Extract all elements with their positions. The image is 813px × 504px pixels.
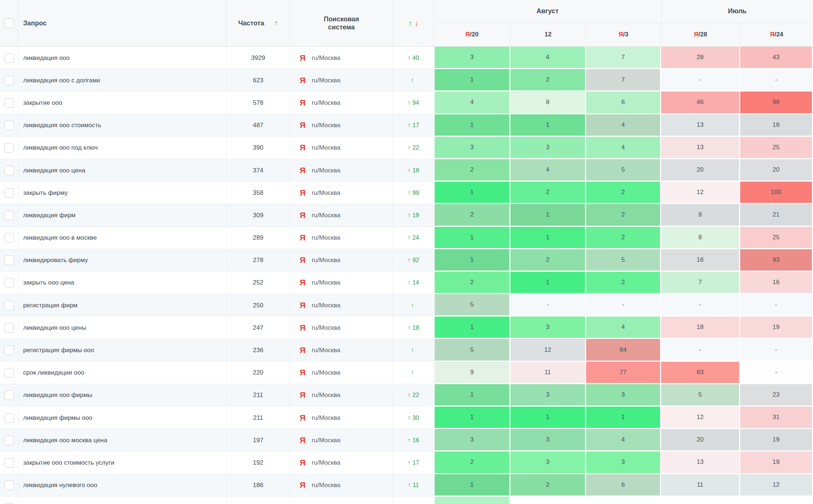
table-row: закрытие ооо 578 Я ru/Москва ↑ 94 4 8 6 … bbox=[0, 92, 813, 114]
month-group-row: Август Июль bbox=[434, 0, 813, 23]
row-checkbox[interactable] bbox=[4, 143, 14, 153]
position-cell: 4 bbox=[586, 429, 661, 451]
query-text[interactable]: ликвидация ооо стоимость bbox=[23, 122, 101, 129]
row-checkbox[interactable] bbox=[4, 346, 14, 355]
up-arrow-icon: ↑ bbox=[407, 414, 411, 422]
row-checkbox-cell bbox=[0, 137, 18, 159]
date-column-header[interactable]: 12 bbox=[510, 23, 586, 47]
date-column-header[interactable]: Я/20 bbox=[434, 23, 510, 47]
row-checkbox[interactable] bbox=[4, 188, 14, 198]
query-text[interactable]: ликвидация нулевого ооо bbox=[23, 482, 97, 489]
up-arrow-icon: ↑ bbox=[407, 189, 411, 197]
row-checkbox-cell bbox=[0, 227, 18, 249]
engine-region: ru/Москва bbox=[312, 212, 340, 219]
engine-cell: Я ru/Москва bbox=[290, 474, 393, 497]
row-checkbox[interactable] bbox=[4, 255, 14, 265]
position-cell: 13 bbox=[661, 114, 740, 137]
query-text[interactable]: ликвидация ооо bbox=[23, 54, 69, 62]
frequency-value: 247 bbox=[227, 317, 290, 339]
row-checkbox[interactable] bbox=[4, 98, 14, 108]
date-column-header[interactable]: Я/24 bbox=[740, 23, 813, 47]
date-label: /28 bbox=[698, 31, 707, 38]
position-cell: 3 bbox=[510, 317, 586, 339]
query-cell: ликвидация ооо стоимость bbox=[18, 114, 227, 137]
query-text[interactable]: срок ликвидации ооо bbox=[23, 369, 84, 376]
position-cell: 16 bbox=[740, 272, 813, 294]
keyword-positions-table: Запрос Частота ↑ Поисковая система ↑ ↓ А… bbox=[0, 0, 813, 504]
row-checkbox[interactable] bbox=[4, 121, 14, 130]
row-checkbox[interactable] bbox=[4, 413, 14, 423]
query-text[interactable]: ликвидация ооо в москве bbox=[23, 234, 97, 242]
frequency-value: 390 bbox=[227, 137, 290, 159]
engine-cell: Я ru/Москва bbox=[290, 317, 393, 339]
dynamics-cell: ↑ 14 bbox=[393, 272, 434, 294]
date-column-header[interactable]: Я/28 bbox=[661, 23, 740, 47]
frequency-value: 250 bbox=[227, 294, 290, 317]
position-cell: 5 bbox=[434, 294, 510, 317]
row-checkbox[interactable] bbox=[4, 323, 14, 333]
engine-region: ru/Москва bbox=[312, 302, 340, 309]
engine-region: ru/Москва bbox=[312, 459, 340, 467]
row-checkbox-cell bbox=[0, 92, 18, 114]
row-checkbox[interactable] bbox=[4, 436, 14, 445]
select-all-checkbox[interactable] bbox=[4, 18, 14, 28]
engine-cell: Я ru/Москва bbox=[290, 182, 393, 204]
frequency-value: 578 bbox=[227, 92, 290, 114]
position-cell: 3 bbox=[510, 429, 586, 451]
position-cell: 4 bbox=[434, 92, 510, 114]
engine-region: ru/Москва bbox=[312, 167, 340, 174]
date-column-header[interactable]: Я/3 bbox=[586, 23, 661, 47]
engine-region: ru/Москва bbox=[312, 189, 340, 197]
row-checkbox[interactable] bbox=[4, 458, 14, 468]
dynamics-cell: ↑ bbox=[393, 362, 434, 384]
row-checkbox[interactable] bbox=[4, 301, 14, 310]
query-cell: ликвидация ооо цена bbox=[18, 159, 227, 182]
date-columns-header: Август Июль Я/20 12 Я/3 Я/28 Я/24 bbox=[434, 0, 813, 46]
row-checkbox[interactable] bbox=[4, 53, 14, 63]
query-text[interactable]: регистрация фирм bbox=[23, 302, 78, 309]
engine-cell: Я ru/Москва bbox=[290, 137, 393, 159]
row-checkbox[interactable] bbox=[4, 233, 14, 243]
row-checkbox[interactable] bbox=[4, 211, 14, 220]
position-cell: 12 bbox=[510, 339, 586, 361]
change-value: 30 bbox=[413, 415, 419, 421]
row-checkbox-cell bbox=[0, 451, 18, 474]
frequency-value: 211 bbox=[227, 407, 290, 429]
position-cell: 20 bbox=[661, 429, 740, 451]
frequency-value: 162 bbox=[227, 497, 290, 504]
query-text[interactable]: ликвидировать фирму bbox=[23, 257, 88, 264]
position-cell: 43 bbox=[740, 47, 813, 69]
column-header-dynamics[interactable]: ↑ ↓ bbox=[393, 0, 434, 46]
query-text[interactable]: ликвидация фирм bbox=[23, 212, 76, 219]
row-checkbox-cell bbox=[0, 69, 18, 92]
query-text[interactable]: ликвидация ооо москва цена bbox=[23, 437, 107, 444]
row-checkbox[interactable] bbox=[4, 76, 14, 85]
table-row: ликвидация ооо цена 374 Я ru/Москва ↑ 18… bbox=[0, 159, 813, 182]
query-text[interactable]: ликвидация ооо фирмы bbox=[23, 392, 92, 399]
sort-asc-icon[interactable]: ↑ bbox=[275, 19, 278, 27]
query-text[interactable]: ликвидация ооо под ключ bbox=[23, 144, 98, 151]
query-text[interactable]: закрытие ооо стоимость услуги bbox=[23, 459, 114, 467]
query-text[interactable]: ликвидация ооо с долгами bbox=[23, 77, 100, 84]
query-text[interactable]: ликвидация ооо цены bbox=[23, 324, 86, 332]
row-checkbox[interactable] bbox=[4, 390, 14, 400]
query-text[interactable]: закрытие ооо bbox=[23, 99, 62, 107]
row-checkbox[interactable] bbox=[4, 166, 14, 175]
table-row: регистрация фирм 250 Я ru/Москва ↑ 5 - -… bbox=[0, 294, 813, 317]
query-text[interactable]: регистрация фирмы ооо bbox=[23, 347, 94, 354]
change-value: 17 bbox=[413, 122, 419, 129]
query-text[interactable]: ликвидация фирмы ооо bbox=[23, 414, 92, 422]
up-arrow-icon: ↑ bbox=[407, 437, 411, 444]
query-text[interactable]: закрыть ооо цена bbox=[23, 279, 74, 286]
row-checkbox[interactable] bbox=[4, 278, 14, 287]
table-row: ликвидация ооо фирмы 211 Я ru/Москва ↑ 2… bbox=[0, 384, 813, 407]
position-cell: 1 bbox=[434, 407, 510, 429]
column-header-frequency[interactable]: Частота ↑ bbox=[227, 0, 290, 46]
row-checkbox[interactable] bbox=[4, 368, 14, 378]
row-checkbox[interactable] bbox=[4, 480, 14, 490]
engine-cell: Я ru/Москва bbox=[290, 204, 393, 226]
query-text[interactable]: закрыть фирму bbox=[23, 189, 68, 197]
frequency-value: 309 bbox=[227, 204, 290, 226]
position-cell: 11 bbox=[661, 474, 740, 497]
query-text[interactable]: ликвидация ооо цена bbox=[23, 167, 85, 174]
